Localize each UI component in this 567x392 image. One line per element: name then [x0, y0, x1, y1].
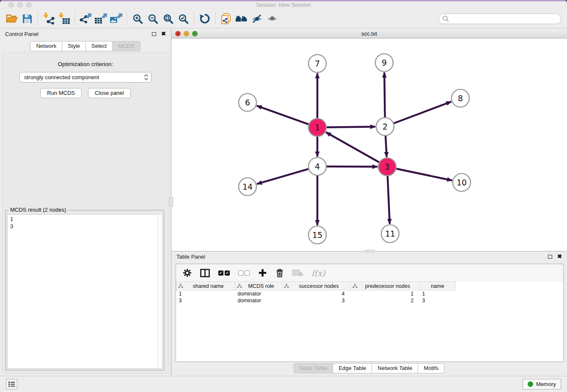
network-window-controls: ✕ − + — [175, 31, 198, 36]
mcds-result-title: MCDS result (2 nodes) — [8, 207, 68, 213]
task-history-button[interactable] — [6, 379, 17, 389]
export-network-icon[interactable] — [78, 11, 93, 26]
zoom-selected-icon[interactable] — [176, 11, 191, 26]
network-canvas[interactable]: 7968124314101511 — [171, 39, 567, 251]
float-panel-icon[interactable] — [152, 32, 156, 36]
search-icon — [442, 15, 449, 24]
network-close-button[interactable]: ✕ — [175, 31, 181, 36]
cell-mcds-role[interactable]: dominator — [235, 290, 282, 297]
add-column-icon[interactable] — [258, 268, 267, 277]
deselect-all-icon[interactable] — [238, 271, 250, 276]
graph-edge-3-1[interactable] — [326, 132, 379, 162]
panel-splitter-grip[interactable] — [169, 197, 173, 207]
split-panel-icon[interactable] — [200, 269, 210, 277]
graph-edge-1-2[interactable] — [327, 127, 375, 127]
search-input[interactable] — [438, 14, 561, 24]
run-mcds-button[interactable]: Run MCDS — [40, 88, 82, 98]
cell-predecessor-nodes[interactable]: 1 — [351, 290, 420, 297]
select-all-icon[interactable]: ✓✓ — [218, 271, 230, 276]
memory-status-icon — [528, 381, 533, 387]
cell-shared-name[interactable]: 3 — [176, 297, 235, 304]
toolbar-separator — [127, 12, 127, 25]
network-maximize-button[interactable]: + — [192, 31, 198, 36]
column-header-predecessor-nodes[interactable]: predecessor nodes — [351, 282, 420, 290]
network-window-titlebar[interactable]: ✕ − + scc.txt — [171, 29, 567, 39]
list-icon — [8, 381, 15, 387]
network-minimize-button[interactable]: − — [184, 31, 189, 36]
network-view-window: ✕ − + scc.txt 79681243141015 — [171, 29, 567, 251]
close-panel-button[interactable]: Close panel — [88, 88, 131, 98]
graph-edge-3-10[interactable] — [396, 169, 452, 181]
cell-successor-nodes[interactable]: 3 — [282, 297, 351, 304]
app-title: Session: New Session — [0, 2, 567, 8]
zoom-out-icon[interactable] — [145, 11, 160, 26]
graph-edge-2-3[interactable] — [385, 136, 387, 157]
tab-network-table[interactable]: Network Table — [372, 363, 418, 373]
app-titlebar[interactable]: Session: New Session — [0, 0, 567, 9]
maximize-window-button[interactable] — [26, 2, 32, 8]
search-container — [438, 14, 561, 24]
window-controls — [8, 2, 32, 8]
first-neighbors-icon[interactable] — [234, 11, 249, 26]
column-header-name[interactable]: name — [420, 282, 456, 290]
delete-column-icon[interactable] — [275, 268, 284, 278]
criterion-dropdown[interactable]: strongly connected component — [19, 72, 151, 83]
control-panel: Control Panel ✖ Network Style Select MCD… — [0, 29, 171, 376]
tab-network[interactable]: Network — [30, 41, 62, 51]
toolbar-separator — [194, 12, 194, 25]
tab-mcds[interactable]: MCDS — [112, 41, 140, 51]
show-all-icon[interactable] — [264, 11, 280, 26]
tab-select[interactable]: Select — [85, 41, 113, 51]
graph-edge-3-11[interactable] — [388, 176, 390, 224]
export-table-icon[interactable] — [93, 11, 108, 26]
zoom-fit-icon[interactable] — [160, 11, 176, 26]
toolbar-separator — [215, 12, 216, 25]
graph-edge-2-9[interactable] — [384, 72, 385, 117]
import-network-icon[interactable] — [41, 11, 56, 26]
cell-shared-name[interactable]: 1 — [176, 290, 235, 297]
minimize-window-button[interactable] — [17, 2, 23, 8]
column-type-icon — [178, 284, 183, 288]
apply-layout-icon[interactable] — [197, 11, 212, 26]
graph-node-label-3: 3 — [385, 162, 390, 171]
tab-style[interactable]: Style — [62, 41, 86, 51]
tab-edge-table[interactable]: Edge Table — [333, 363, 372, 373]
graph-node-label-1: 1 — [315, 123, 320, 132]
zoom-in-icon[interactable] — [130, 11, 145, 26]
main-area: Control Panel ✖ Network Style Select MCD… — [0, 29, 567, 376]
tab-node-table[interactable]: Node Table — [294, 363, 333, 373]
close-table-panel-icon[interactable]: ✖ — [557, 254, 562, 259]
column-header-shared-name[interactable]: shared name — [176, 282, 235, 290]
panel-splitter-grip-horizontal[interactable] — [365, 250, 374, 252]
result-scrollbar[interactable] — [157, 214, 162, 369]
graph-edge-4-14[interactable] — [257, 169, 308, 184]
table-row[interactable]: 1 dominator 4 1 1 — [176, 290, 456, 297]
mcds-panel-content: Optimization criterion: strongly connect… — [2, 52, 169, 374]
network-from-file-icon[interactable] — [219, 11, 234, 26]
function-builder-icon: f(x) — [311, 268, 325, 278]
graph-edge-1-6[interactable] — [257, 106, 309, 124]
export-image-icon[interactable] — [108, 11, 124, 26]
cell-predecessor-nodes[interactable]: 2 — [351, 297, 420, 304]
mcds-result-text[interactable]: 1 3 — [7, 214, 162, 369]
save-session-icon[interactable] — [19, 11, 35, 26]
column-header-mcds-role[interactable]: MCDS role — [235, 282, 282, 290]
close-panel-icon[interactable]: ✖ — [161, 32, 166, 36]
float-table-panel-icon[interactable] — [548, 255, 552, 259]
import-table-icon[interactable] — [56, 11, 72, 26]
table-row[interactable]: 3 dominator 3 2 3 — [176, 297, 456, 304]
graph-edge-4-3[interactable] — [327, 166, 377, 167]
cell-name[interactable]: 1 — [420, 290, 456, 297]
column-settings-icon[interactable] — [183, 268, 192, 277]
memory-button[interactable]: Memory — [523, 379, 561, 389]
open-file-icon[interactable] — [4, 11, 19, 26]
cell-name[interactable]: 3 — [420, 297, 456, 304]
close-window-button[interactable] — [8, 2, 14, 8]
graph-edge-2-8[interactable] — [394, 102, 451, 123]
column-header-successor-nodes[interactable]: successor nodes — [282, 282, 351, 290]
tab-motifs[interactable]: Motifs — [418, 363, 444, 373]
cell-successor-nodes[interactable]: 4 — [282, 290, 351, 297]
graph-node-label-4: 4 — [315, 162, 320, 171]
hide-selected-icon[interactable] — [249, 11, 264, 26]
cell-mcds-role[interactable]: dominator — [235, 297, 282, 304]
